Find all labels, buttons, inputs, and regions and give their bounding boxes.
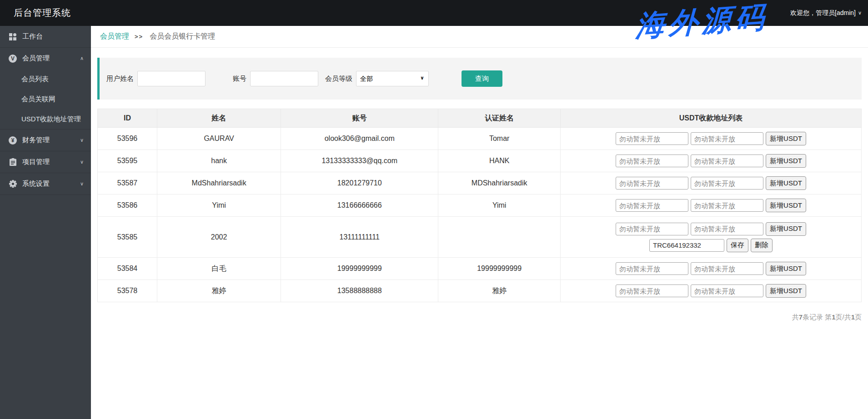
member-level-select-wrap: 全部 ∨ xyxy=(356,71,429,86)
sidebar-item-member-management[interactable]: V会员管理∧ xyxy=(0,48,91,69)
sidebar: 工作台V会员管理∧会员列表会员关联网USDT收款地址管理¥财务管理∨项目管理∨系… xyxy=(0,26,91,419)
sidebar-section-workbench: 工作台 xyxy=(0,26,91,48)
pagination-summary: 共7条记录 第1页/共1页 xyxy=(97,313,862,322)
add-usdt-button[interactable]: 新增USDT xyxy=(766,199,806,212)
table-row: 53586Yimi13166666666Yimi新增USDT xyxy=(98,195,862,217)
breadcrumb-separator: >> xyxy=(135,33,143,40)
cell-name: 2002 xyxy=(157,217,281,258)
cell-id: 53584 xyxy=(98,258,157,280)
save-button[interactable]: 保存 xyxy=(727,239,748,252)
cell-name: Yimi xyxy=(157,195,281,217)
add-usdt-button[interactable]: 新增USDT xyxy=(766,262,806,275)
breadcrumb-link-member-management[interactable]: 会员管理 xyxy=(100,32,129,41)
table-row: 53595hank13133333333@qq.comHANK新增USDT xyxy=(98,150,862,172)
pagination-total: 7 xyxy=(799,313,803,321)
cell-usdt-list: 新增USDT xyxy=(561,195,862,217)
add-usdt-button[interactable]: 新增USDT xyxy=(766,132,806,145)
cell-name: 白毛 xyxy=(157,258,281,280)
sidebar-subitem-member-list[interactable]: 会员列表 xyxy=(0,69,91,89)
cell-name: 雅婷 xyxy=(157,280,281,302)
usdt-address-input-2[interactable] xyxy=(691,199,763,212)
cell-verified-name xyxy=(438,217,561,258)
usdt-address-input-1[interactable] xyxy=(616,199,688,212)
welcome-text: 欢迎您，管理员[admin] xyxy=(790,9,856,17)
member-icon-glyph: V xyxy=(9,55,17,63)
add-usdt-button[interactable]: 新增USDT xyxy=(766,154,806,168)
username-input[interactable] xyxy=(137,71,206,86)
usdt-address-input-1[interactable] xyxy=(616,262,688,275)
chevron-down-icon: ∨ xyxy=(858,10,862,16)
usdt-input-line: 新增USDT xyxy=(562,199,859,212)
cell-name: MdShahriarsadik xyxy=(157,172,281,195)
cell-account: 19999999999 xyxy=(281,258,438,280)
usdt-input-line: 新增USDT xyxy=(562,262,859,275)
usdt-address-input-2[interactable] xyxy=(691,155,763,167)
cell-usdt-list: 新增USDT xyxy=(561,150,862,172)
usdt-input-line: 新增USDT xyxy=(562,154,859,168)
usdt-address-input-2[interactable] xyxy=(691,284,763,297)
cell-id: 53586 xyxy=(98,195,157,217)
usdt-address-input-1[interactable] xyxy=(616,177,688,190)
add-usdt-button[interactable]: 新增USDT xyxy=(766,284,806,298)
usdt-address-input-2[interactable] xyxy=(691,223,763,235)
user-menu[interactable]: 欢迎您，管理员[admin] ∨ xyxy=(790,9,862,17)
sidebar-subitem-usdt-address-management[interactable]: USDT收款地址管理 xyxy=(0,109,91,129)
usdt-input-line: 新增USDT xyxy=(562,132,859,145)
sidebar-item-finance-management[interactable]: ¥财务管理∨ xyxy=(0,130,91,151)
account-label: 账号 xyxy=(233,75,246,83)
add-usdt-button[interactable]: 新增USDT xyxy=(766,222,806,236)
cell-verified-name: Tomar xyxy=(438,128,561,150)
usdt-address-input-1[interactable] xyxy=(616,284,688,297)
cell-verified-name: Yimi xyxy=(438,195,561,217)
sidebar-item-label: 工作台 xyxy=(22,32,43,41)
delete-button[interactable]: 删除 xyxy=(751,239,773,252)
usdt-address-input-1[interactable] xyxy=(616,132,688,145)
finance-icon-glyph: ¥ xyxy=(9,136,17,145)
usdt-address-input-1[interactable] xyxy=(616,223,688,235)
cell-verified-name: MDShahriarsadik xyxy=(438,172,561,195)
member-level-select[interactable]: 全部 xyxy=(356,71,429,86)
col-usdt-list: USDT收款地址列表 xyxy=(561,109,862,128)
table-row: 53587MdShahriarsadik18201279710MDShahria… xyxy=(98,172,862,195)
account-input[interactable] xyxy=(250,71,318,86)
chevron-down-icon: ∨ xyxy=(80,181,84,187)
sidebar-item-system-settings[interactable]: 系统设置∨ xyxy=(0,173,91,195)
cell-account: 13166666666 xyxy=(281,195,438,217)
usdt-address-input-2[interactable] xyxy=(691,177,763,190)
cell-usdt-list: 新增USDT xyxy=(561,172,862,195)
cell-account: 13588888888 xyxy=(281,280,438,302)
sidebar-subitem-member-network[interactable]: 会员关联网 xyxy=(0,89,91,109)
member-level-label: 会员等级 xyxy=(325,75,352,83)
pagination-prefix: 共 xyxy=(792,313,799,321)
saved-usdt-line: 保存删除 xyxy=(562,239,859,252)
search-button[interactable]: 查询 xyxy=(462,70,502,87)
pagination-separator: 页/共 xyxy=(835,313,851,321)
usdt-address-input-2[interactable] xyxy=(691,262,763,275)
sidebar-item-project-management[interactable]: 项目管理∨ xyxy=(0,151,91,173)
sidebar-subitem-label: USDT收款地址管理 xyxy=(21,115,81,124)
cell-account: 13133333333@qq.com xyxy=(281,150,438,172)
add-usdt-button[interactable]: 新增USDT xyxy=(766,176,806,190)
cell-verified-name: 雅婷 xyxy=(438,280,561,302)
chevron-down-icon: ∨ xyxy=(80,159,84,165)
col-name: 姓名 xyxy=(157,109,281,128)
members-table: ID姓名账号认证姓名USDT收款地址列表 53596GAURAVolook306… xyxy=(97,109,862,302)
top-bar: 后台管理系统 欢迎您，管理员[admin] ∨ xyxy=(0,0,868,26)
table-header-row: ID姓名账号认证姓名USDT收款地址列表 xyxy=(98,109,862,128)
sidebar-section-system-settings: 系统设置∨ xyxy=(0,173,91,195)
pagination-pages: 1 xyxy=(851,313,855,321)
usdt-address-input-1[interactable] xyxy=(616,155,688,167)
usdt-address-input-2[interactable] xyxy=(691,132,763,145)
cell-usdt-list: 新增USDT xyxy=(561,258,862,280)
chevron-up-icon: ∧ xyxy=(80,55,84,61)
usdt-input-line: 新增USDT xyxy=(562,222,859,236)
member-icon: V xyxy=(8,55,17,63)
table-row: 53584白毛1999999999919999999999新增USDT xyxy=(98,258,862,280)
settings-icon xyxy=(8,180,17,188)
cell-id: 53595 xyxy=(98,150,157,172)
col-id: ID xyxy=(98,109,157,128)
sidebar-item-workbench[interactable]: 工作台 xyxy=(0,26,91,47)
cell-usdt-list: 新增USDT xyxy=(561,128,862,150)
pagination-middle: 条记录 第 xyxy=(803,313,832,321)
saved-usdt-address-input[interactable] xyxy=(649,239,724,252)
